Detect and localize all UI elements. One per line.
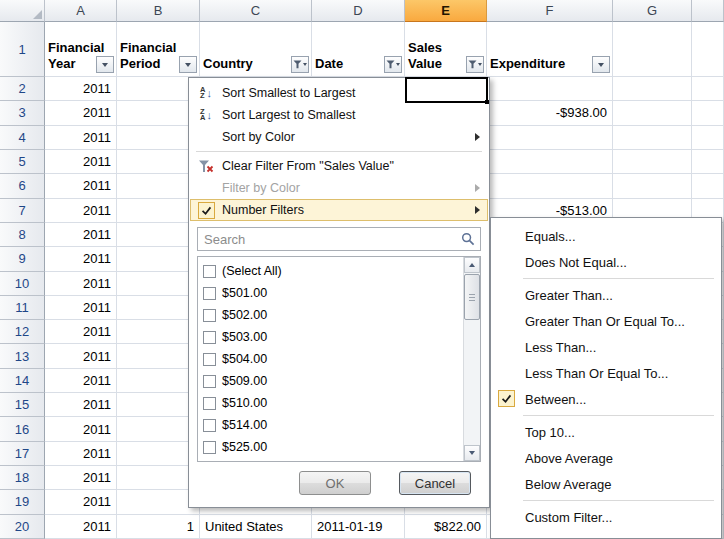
select-all-corner[interactable]	[0, 0, 45, 22]
cell-A5[interactable]: 2011	[45, 150, 117, 174]
cell-A14[interactable]: 2011	[45, 369, 117, 393]
cell-H2[interactable]	[692, 77, 724, 101]
filter-button-F[interactable]	[592, 56, 610, 73]
cell-C20[interactable]: United States	[200, 515, 312, 539]
cell-A4[interactable]: 2011	[45, 126, 117, 150]
row-header-15[interactable]: 15	[0, 393, 45, 417]
filter-button-A[interactable]	[96, 56, 114, 73]
checkbox-501-00[interactable]	[203, 287, 216, 300]
cell-A10[interactable]: 2011	[45, 272, 117, 296]
submenu-item-greater-than[interactable]: Greater Than...	[491, 282, 721, 308]
row-header-3[interactable]: 3	[0, 101, 45, 125]
row-header-4[interactable]: 4	[0, 126, 45, 150]
cell-F5[interactable]	[487, 150, 613, 174]
checkbox-510-00[interactable]	[203, 397, 216, 410]
header-cell-G1[interactable]	[613, 22, 692, 77]
scroll-down-button[interactable]	[464, 445, 480, 461]
cell-G4[interactable]	[613, 126, 692, 150]
cell-A9[interactable]: 2011	[45, 247, 117, 271]
cell-F6[interactable]	[487, 174, 613, 198]
column-header-F[interactable]: F	[487, 0, 613, 22]
cell-F4[interactable]	[487, 126, 613, 150]
cell-A18[interactable]: 2011	[45, 466, 117, 490]
cell-A13[interactable]: 2011	[45, 344, 117, 368]
cell-G5[interactable]	[613, 150, 692, 174]
submenu-item-above-average[interactable]: Above Average	[491, 445, 721, 471]
cell-A16[interactable]: 2011	[45, 417, 117, 441]
header-cell-E1[interactable]: Sales Value	[405, 22, 487, 77]
cell-A6[interactable]: 2011	[45, 174, 117, 198]
row-header-16[interactable]: 16	[0, 417, 45, 441]
cell-H4[interactable]	[692, 126, 724, 150]
cell-A20[interactable]: 2011	[45, 515, 117, 539]
cell-A11[interactable]: 2011	[45, 296, 117, 320]
header-cell-A1[interactable]: Financial Year	[45, 22, 117, 77]
filter-button-B[interactable]	[179, 56, 197, 73]
header-cell-B1[interactable]: Financial Period	[117, 22, 200, 77]
checkbox-514-00[interactable]	[203, 419, 216, 432]
header-cell-H1[interactable]	[692, 22, 724, 77]
submenu-item-below-average[interactable]: Below Average	[491, 471, 721, 497]
cell-A12[interactable]: 2011	[45, 320, 117, 344]
header-cell-C1[interactable]: Country	[200, 22, 312, 77]
checkbox-504-00[interactable]	[203, 353, 216, 366]
cell-A7[interactable]: 2011	[45, 199, 117, 223]
row-header-6[interactable]: 6	[0, 174, 45, 198]
search-input[interactable]	[197, 227, 481, 251]
cell-G6[interactable]	[613, 174, 692, 198]
header-cell-F1[interactable]: Expenditure	[487, 22, 613, 77]
filter-value-item[interactable]: $504.00	[201, 348, 463, 370]
row-header-12[interactable]: 12	[0, 320, 45, 344]
filter-button-E[interactable]	[466, 56, 484, 73]
column-header-A[interactable]: A	[45, 0, 117, 22]
cell-A2[interactable]: 2011	[45, 77, 117, 101]
filter-button-C[interactable]	[291, 56, 309, 73]
submenu-item-does-not-equal[interactable]: Does Not Equal...	[491, 249, 721, 275]
cell-A8[interactable]: 2011	[45, 223, 117, 247]
cell-A19[interactable]: 2011	[45, 490, 117, 514]
row-header-20[interactable]: 20	[0, 515, 45, 539]
filter-value-item[interactable]: $503.00	[201, 326, 463, 348]
menu-item-sort-largest-to-smallest[interactable]: ZA↓Sort Largest to Smallest	[190, 104, 488, 126]
cancel-button[interactable]: Cancel	[399, 471, 471, 495]
checkbox-502-00[interactable]	[203, 309, 216, 322]
scroll-up-button[interactable]	[464, 257, 480, 273]
menu-item-number-filters[interactable]: Number Filters	[190, 199, 488, 221]
row-header-19[interactable]: 19	[0, 490, 45, 514]
column-header-E[interactable]: E	[405, 0, 487, 22]
menu-item-sort-by-color[interactable]: Sort by Color	[190, 126, 488, 148]
cell-E20[interactable]: $822.00	[405, 515, 487, 539]
row-header-9[interactable]: 9	[0, 247, 45, 271]
row-header-2[interactable]: 2	[0, 77, 45, 101]
filter-value-item[interactable]: $509.00	[201, 370, 463, 392]
cell-F3[interactable]: -$938.00	[487, 101, 613, 125]
submenu-item-custom-filter[interactable]: Custom Filter...	[491, 504, 721, 530]
row-header-10[interactable]: 10	[0, 272, 45, 296]
checkbox-525-00[interactable]	[203, 441, 216, 454]
cell-G2[interactable]	[613, 77, 692, 101]
submenu-item-top-10[interactable]: Top 10...	[491, 419, 721, 445]
cell-G3[interactable]	[613, 101, 692, 125]
checkbox-select-all[interactable]	[203, 265, 216, 278]
submenu-item-between[interactable]: Between...	[491, 386, 721, 412]
submenu-item-equals[interactable]: Equals...	[491, 223, 721, 249]
column-header-B[interactable]: B	[117, 0, 200, 22]
cell-H5[interactable]	[692, 150, 724, 174]
menu-item-clear-filter-from-sales-value[interactable]: Clear Filter From "Sales Value"	[190, 155, 488, 177]
filter-value-item[interactable]: $525.00	[201, 436, 463, 458]
row-header-5[interactable]: 5	[0, 150, 45, 174]
row-header-8[interactable]: 8	[0, 223, 45, 247]
ok-button[interactable]: OK	[299, 471, 371, 495]
cell-A17[interactable]: 2011	[45, 442, 117, 466]
row-header-7[interactable]: 7	[0, 199, 45, 223]
column-header-C[interactable]: C	[200, 0, 312, 22]
cell-H6[interactable]	[692, 174, 724, 198]
header-cell-D1[interactable]: Date	[312, 22, 405, 77]
row-header-13[interactable]: 13	[0, 344, 45, 368]
column-header-D[interactable]: D	[312, 0, 405, 22]
column-header-G[interactable]: G	[613, 0, 692, 22]
row-header-1[interactable]: 1	[0, 22, 45, 77]
filter-value-item[interactable]: $514.00	[201, 414, 463, 436]
cell-B20[interactable]: 1	[117, 515, 200, 539]
submenu-item-greater-than-or-equal-to[interactable]: Greater Than Or Equal To...	[491, 308, 721, 334]
